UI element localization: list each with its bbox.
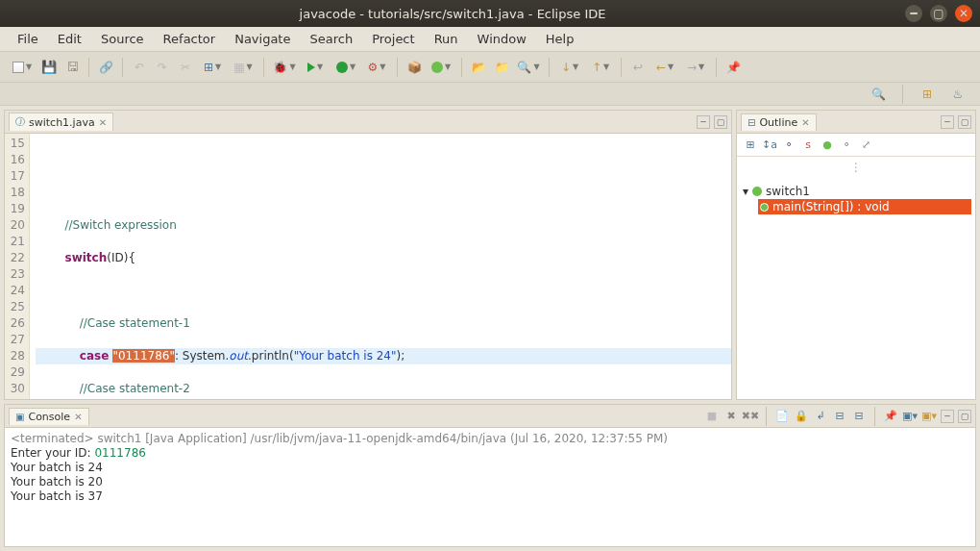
console-title: Console — [28, 411, 70, 423]
open-console-button[interactable]: ▣▾ — [921, 409, 937, 424]
last-edit-button[interactable]: ↩ — [627, 57, 649, 78]
quick-search-button[interactable]: 🔍 — [868, 84, 889, 105]
console-line-prompt: Enter your ID: 0111786 — [11, 446, 969, 461]
outline-node-method[interactable]: main(String[]) : void — [758, 199, 971, 214]
undo-button[interactable]: ↶ — [129, 57, 150, 78]
console-tabs: ▣ Console ✕ ■ ✖ ✖✖ 📄 🔒 ↲ ⊟ ⊟ 📌 ▣▾ ▣▾ ─ ▢ — [5, 405, 975, 428]
code-area[interactable]: //Switch expression switch(ID){ //Case s… — [30, 134, 731, 399]
back-button[interactable]: ←▼ — [650, 57, 679, 78]
new-icon — [12, 62, 24, 73]
run-button[interactable]: ▼ — [301, 57, 330, 78]
minimize-console-button[interactable]: ─ — [941, 410, 954, 423]
outline-node-class[interactable]: ▾ switch1 — [741, 184, 971, 199]
pin-editor-button[interactable]: 📌 — [723, 57, 744, 78]
word-wrap-button[interactable]: ↲ — [813, 409, 828, 424]
console-line-out3: Your batch is 37 — [11, 489, 969, 504]
expand-icon[interactable]: ▾ — [743, 185, 748, 198]
menu-window[interactable]: Window — [468, 30, 536, 48]
open-task-button[interactable]: 📂 — [468, 57, 489, 78]
search-button[interactable]: 🔍▼ — [514, 57, 543, 78]
menu-source[interactable]: Source — [91, 30, 154, 48]
hide-static-button[interactable]: s — [800, 138, 816, 153]
hide-local-button[interactable]: ⚬ — [839, 138, 854, 153]
package-icon: 📦 — [407, 61, 422, 74]
up-arrow-icon: ↑ — [592, 61, 601, 74]
menu-navigate[interactable]: Navigate — [225, 30, 300, 48]
open-type-icon: ⊞ — [204, 61, 213, 74]
maximize-outline-button[interactable]: ▢ — [958, 115, 971, 129]
forward-button[interactable]: →▼ — [681, 57, 710, 78]
ext-tools-button[interactable]: ⚙▼ — [362, 57, 391, 78]
new-class-button[interactable]: ▼ — [427, 57, 455, 78]
editor-body[interactable]: 15161718192021222324252627282930 //Switc… — [5, 134, 731, 399]
menu-help[interactable]: Help — [536, 30, 584, 48]
maximize-console-button[interactable]: ▢ — [958, 410, 971, 423]
menu-refactor[interactable]: Refactor — [154, 30, 226, 48]
minimize-outline-button[interactable]: ─ — [941, 115, 954, 129]
next-annotation-button[interactable]: ↓▼ — [555, 57, 584, 78]
java-file-icon: Ⓙ — [15, 115, 25, 129]
cut-button[interactable]: ✂ — [175, 57, 196, 78]
build-icon: ▦ — [233, 61, 244, 74]
focus-button[interactable]: ⊞ — [743, 138, 758, 153]
maximize-pane-button[interactable]: ▢ — [714, 115, 727, 129]
separator — [902, 85, 903, 104]
save-all-icon: 🖫 — [66, 60, 79, 74]
menu-file[interactable]: File — [8, 30, 48, 48]
prev-annotation-button[interactable]: ↑▼ — [586, 57, 615, 78]
sort-button[interactable]: ↕a — [762, 138, 777, 153]
menu-run[interactable]: Run — [425, 30, 468, 48]
outline-tab[interactable]: ⊟ Outline ✕ — [741, 113, 817, 131]
scroll-lock-button[interactable]: 🔒 — [794, 409, 809, 424]
terminate-button[interactable]: ■ — [704, 409, 720, 424]
open-perspective-button[interactable]: ⊞ — [917, 84, 938, 105]
maximize-button[interactable]: ▢ — [930, 5, 947, 22]
redo-button[interactable]: ↷ — [152, 57, 173, 78]
new-button[interactable]: ▼ — [8, 57, 37, 78]
display-console-button[interactable]: ▣▾ — [902, 409, 918, 424]
build-button[interactable]: ▦▼ — [229, 57, 257, 78]
console-tab[interactable]: ▣ Console ✕ — [9, 408, 89, 425]
link-button[interactable]: 🔗 — [95, 57, 116, 78]
close-outline-icon[interactable]: ✕ — [801, 117, 809, 128]
link-button[interactable]: ⤢ — [858, 138, 873, 153]
java-perspective-button[interactable]: ♨ — [947, 84, 968, 105]
clear-console-button[interactable]: 📄 — [774, 409, 790, 424]
open-type-button[interactable]: ⊞▼ — [198, 57, 227, 78]
hide-fields-button[interactable]: ⚬ — [781, 138, 796, 153]
coverage-icon — [336, 62, 348, 73]
remove-launch-button[interactable]: ✖ — [723, 409, 739, 424]
outline-dropdown-icon[interactable]: ⋮ — [737, 157, 975, 178]
console-output[interactable]: <terminated> switch1 [Java Application] … — [5, 428, 975, 508]
menu-project[interactable]: Project — [362, 30, 424, 48]
menu-edit[interactable]: Edit — [48, 30, 91, 48]
open-resource-button[interactable]: 📁 — [491, 57, 512, 78]
search-icon: 🔍 — [517, 61, 531, 74]
save-button[interactable]: 💾 — [38, 57, 60, 78]
minimize-button[interactable]: ━ — [905, 5, 922, 22]
edit-loc-icon: ↩ — [633, 61, 643, 74]
separator — [549, 58, 550, 77]
editor-pane: Ⓙ switch1.java ✕ ─ ▢ 1516171819202122232… — [4, 110, 732, 400]
minimize-pane-button[interactable]: ─ — [697, 115, 710, 129]
close-tab-icon[interactable]: ✕ — [99, 117, 107, 128]
close-console-icon[interactable]: ✕ — [74, 412, 82, 422]
new-package-button[interactable]: 📦 — [404, 57, 425, 78]
show-std-out-button[interactable]: ⊟ — [832, 409, 847, 424]
ext-tools-icon: ⚙ — [368, 61, 379, 74]
save-all-button[interactable]: 🖫 — [61, 57, 83, 78]
outline-toolbar: ⊞ ↕a ⚬ s ● ⚬ ⤢ — [737, 134, 975, 157]
show-std-err-button[interactable]: ⊟ — [851, 409, 867, 424]
tab-label: switch1.java — [29, 116, 95, 129]
debug-button[interactable]: 🐞▼ — [270, 57, 299, 78]
outline-icon: ⊟ — [747, 117, 755, 128]
editor-tab-switch1[interactable]: Ⓙ switch1.java ✕ — [9, 113, 113, 131]
menu-search[interactable]: Search — [300, 30, 362, 48]
method-icon — [760, 203, 769, 212]
coverage-button[interactable]: ▼ — [331, 57, 360, 78]
pin-console-button[interactable]: 📌 — [883, 409, 898, 424]
hide-nonpublic-button[interactable]: ● — [820, 138, 835, 153]
remove-all-button[interactable]: ✖✖ — [743, 409, 758, 424]
separator — [397, 58, 398, 77]
close-button[interactable]: ✕ — [955, 5, 972, 22]
